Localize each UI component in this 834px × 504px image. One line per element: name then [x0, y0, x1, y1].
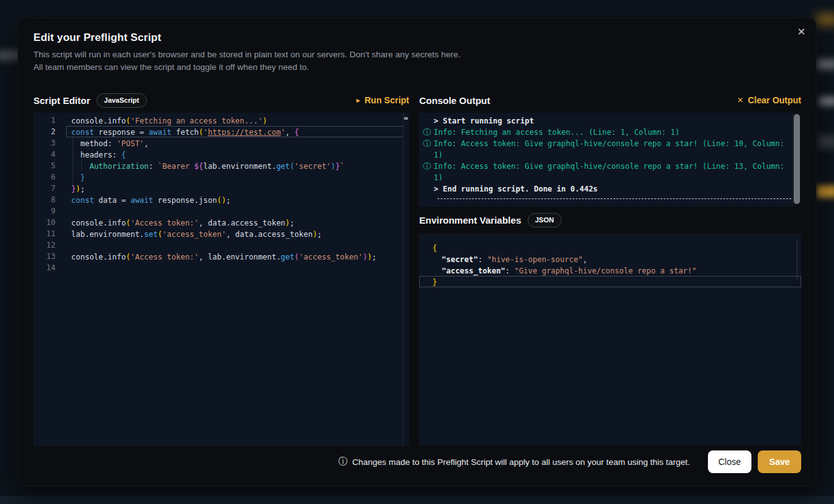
clear-icon: ✕ [737, 96, 743, 104]
console-line-text: Info: Access token: Give graphql-hive/co… [434, 138, 794, 161]
language-badge: JavaScript [96, 93, 147, 108]
script-editor-heading: Script Editor [33, 95, 90, 106]
line-number: 14 [33, 262, 55, 273]
line-number: 2 [33, 126, 55, 137]
line-number: 11 [33, 228, 55, 239]
info-circle-icon: ⓘ [423, 127, 434, 138]
line-number: 12 [33, 239, 55, 251]
info-circle-icon: ⓘ [423, 138, 434, 161]
line-number: 6 [33, 171, 55, 183]
console-line: > End running script. Done in 0.442s [423, 183, 801, 195]
background-blur-right-2 [819, 97, 834, 105]
code-line[interactable]: 3 method: 'POST', [33, 137, 409, 149]
line-number: 10 [33, 217, 55, 228]
info-icon: ⓘ [339, 456, 347, 467]
run-script-label: Run Script [364, 95, 409, 105]
save-button[interactable]: Save [758, 450, 801, 473]
play-icon: ▸ [356, 96, 360, 104]
code-line[interactable]: 1console.info('Fetching an access token.… [33, 115, 409, 126]
background-blur-right-amber-top [816, 14, 834, 25]
footer-note: Changes made to this Preflight Script wi… [352, 457, 690, 467]
run-script-button[interactable]: ▸ Run Script [356, 95, 409, 105]
console-line-text: > End running script. Done in 0.442s [434, 183, 794, 195]
info-circle-icon: ⓘ [423, 161, 434, 183]
indent-guide [81, 160, 82, 171]
env-scrollbar[interactable] [797, 240, 797, 279]
console-line-indent [423, 183, 434, 195]
code-line[interactable]: { [419, 242, 801, 253]
console-line-text: Info: Fetching an access token... (Line:… [434, 127, 794, 138]
code-line[interactable]: 2const response = await fetch('https://t… [33, 126, 409, 137]
clear-output-button[interactable]: ✕ Clear Output [737, 95, 801, 105]
modal-title: Edit your Preflight Script [33, 32, 801, 44]
background-blur-right-amber [816, 185, 834, 198]
console-line-text: Info: Access token: Give graphql-hive/co… [434, 161, 794, 183]
console-output: > Start running scriptⓘInfo: Fetching an… [419, 113, 801, 207]
line-number: 3 [33, 137, 55, 149]
editor-overview-cursor-mark [404, 117, 408, 120]
line-number: 4 [33, 149, 55, 160]
code-line[interactable]: 4 headers: { [33, 149, 409, 160]
code-line[interactable]: 12 [33, 239, 409, 251]
close-icon[interactable]: ✕ [797, 27, 806, 37]
background-blur-right-1 [816, 59, 834, 69]
console-scrollbar-thumb[interactable] [794, 114, 800, 204]
console-output-heading: Console Output [419, 95, 490, 106]
console-line-indent [423, 115, 434, 127]
console-separator [437, 198, 791, 199]
console-line: ⓘInfo: Access token: Give graphql-hive/c… [423, 138, 801, 161]
script-editor[interactable]: 1console.info('Fetching an access token.… [33, 113, 409, 446]
modal-description-line2: All team members can view the script and… [33, 61, 801, 74]
code-line[interactable]: 5 Authorization: `Bearer ${lab.environme… [33, 160, 409, 171]
code-line[interactable]: 14 [33, 262, 409, 273]
code-line[interactable]: 8const data = await response.json(); [33, 194, 409, 205]
environment-variables-heading: Environment Variables [419, 215, 521, 226]
console-line-text: > Start running script [434, 115, 794, 127]
indent-guide [72, 137, 73, 183]
code-line[interactable]: "access_token": "Give graphql-hive/conso… [419, 265, 801, 276]
background-blur-right-3 [818, 135, 834, 149]
clear-output-label: Clear Output [748, 95, 801, 105]
code-line[interactable]: 13console.info('Access token:', lab.envi… [33, 251, 409, 262]
background-bottom-strip [0, 496, 834, 504]
line-number: 9 [33, 205, 55, 217]
line-number: 5 [33, 160, 55, 171]
code-line[interactable]: 10console.info('Access token:', data.acc… [33, 217, 409, 228]
line-number: 13 [33, 251, 55, 262]
code-line[interactable]: 11lab.environment.set('access_token', da… [33, 228, 409, 239]
line-number: 8 [33, 194, 55, 205]
console-line: ⓘInfo: Access token: Give graphql-hive/c… [423, 161, 801, 183]
environment-variables-editor[interactable]: { "secret": "hive-is-open-source", "acce… [419, 234, 801, 445]
line-number: 7 [33, 183, 55, 194]
close-button[interactable]: Close [708, 450, 752, 473]
line-number: 1 [33, 115, 55, 126]
code-line[interactable]: 9 [33, 205, 409, 217]
editor-scrollbar-track[interactable] [403, 113, 403, 446]
modal-description-line1: This script will run in each user's brow… [33, 49, 801, 61]
modal-footer: ⓘ Changes made to this Preflight Script … [33, 450, 801, 473]
code-line[interactable]: 7}); [33, 183, 409, 194]
preflight-script-modal: ✕ Edit your Preflight Script This script… [18, 18, 816, 486]
console-line: ⓘInfo: Fetching an access token... (Line… [423, 127, 801, 138]
console-line: > Start running script [423, 115, 801, 127]
code-line[interactable]: 6 } [33, 171, 409, 183]
json-badge: JSON [528, 213, 562, 227]
console-scrollbar-track[interactable] [792, 113, 801, 207]
code-line[interactable]: } [419, 276, 801, 287]
code-line[interactable]: "secret": "hive-is-open-source", [419, 253, 801, 265]
